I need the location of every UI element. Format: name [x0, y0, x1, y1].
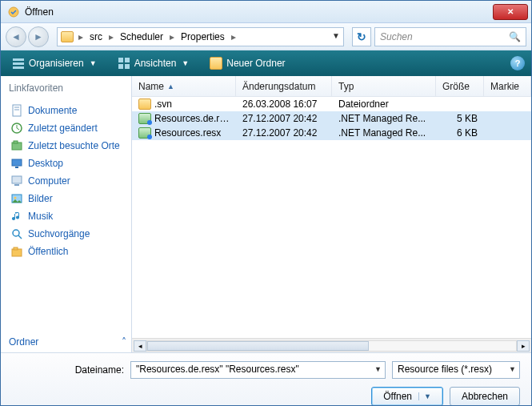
new-folder-button[interactable]: Neuer Ordner — [205, 54, 290, 72]
horizontal-scrollbar[interactable]: ◂ ▸ — [132, 338, 531, 352]
file-modified: 27.12.2007 20:42 — [236, 112, 332, 125]
chevron-right-icon: ▸ — [230, 31, 238, 42]
file-name: .svn — [154, 98, 172, 110]
sidebar-item-label: Öffentlich — [28, 246, 68, 257]
svg-rect-23 — [14, 247, 18, 250]
recent-places-icon — [10, 139, 23, 152]
file-list: .svn26.03.2008 16:07DateiordnerResources… — [132, 97, 531, 338]
sidebar-item[interactable]: Suchvorgänge — [9, 225, 128, 243]
folder-icon — [210, 57, 222, 70]
organize-icon — [12, 57, 25, 70]
window-title: Öffnen — [25, 6, 493, 18]
svg-rect-17 — [14, 184, 19, 186]
folder-icon — [61, 31, 74, 42]
column-size[interactable]: Größe — [436, 76, 484, 96]
folders-label: Ordner — [9, 336, 38, 348]
nav-row: ◄ ► ▸ src ▸ Scheduler ▸ Properties ▸ ▼ ↻… — [1, 23, 531, 50]
sidebar-item[interactable]: Zuletzt besuchte Orte — [9, 137, 128, 155]
file-type: .NET Managed Re... — [332, 112, 436, 125]
footer: Dateiname: "Resources.de.resx" "Resource… — [1, 352, 531, 406]
sidebar-item[interactable]: Öffentlich — [9, 243, 128, 260]
breadcrumb-item[interactable]: Scheduler — [117, 31, 166, 42]
filename-label: Dateiname: — [12, 364, 124, 376]
column-name[interactable]: Name▲ — [132, 76, 236, 96]
svg-point-19 — [14, 197, 17, 199]
column-modified[interactable]: Änderungsdatum — [236, 76, 332, 96]
file-row[interactable]: .svn26.03.2008 16:07Dateiordner — [132, 97, 531, 111]
desktop-icon — [10, 157, 23, 170]
open-button[interactable]: Öffnen▼ — [371, 387, 443, 406]
svg-rect-8 — [13, 105, 21, 116]
views-label: Ansichten — [134, 58, 177, 69]
sidebar: Linkfavoriten DokumenteZuletzt geändertZ… — [1, 76, 132, 352]
svg-rect-2 — [13, 62, 24, 65]
column-marked[interactable]: Markie — [484, 76, 531, 96]
sort-asc-icon: ▲ — [167, 82, 174, 90]
chevron-down-icon: ▼ — [374, 365, 382, 373]
sidebar-item[interactable]: Bilder — [9, 190, 128, 207]
file-type-filter[interactable]: Resource files (*.resx)▼ — [392, 361, 520, 379]
chevron-down-icon: ▼ — [90, 59, 97, 67]
title-bar: Öffnen ✕ — [1, 1, 531, 23]
scrollbar-thumb[interactable] — [147, 341, 369, 351]
file-row[interactable]: Resources.resx27.12.2007 20:42.NET Manag… — [132, 126, 531, 140]
resx-file-icon — [138, 113, 151, 124]
scroll-left-button[interactable]: ◂ — [134, 340, 146, 352]
sidebar-item[interactable]: Desktop — [9, 155, 128, 172]
svg-rect-7 — [125, 64, 130, 69]
file-size: 5 KB — [436, 112, 484, 125]
public-icon — [10, 245, 23, 258]
organize-label: Organisieren — [29, 58, 84, 69]
svg-rect-16 — [12, 176, 22, 183]
pictures-icon — [10, 192, 23, 205]
views-button[interactable]: Ansichten ▼ — [113, 54, 194, 72]
search-icon: 🔍 — [509, 31, 521, 42]
sidebar-item[interactable]: Computer — [9, 172, 128, 190]
file-modified: 26.03.2008 16:07 — [236, 98, 332, 111]
resx-file-icon — [138, 127, 151, 139]
file-name: Resources.resx — [154, 127, 221, 139]
filename-input[interactable]: "Resources.de.resx" "Resources.resx"▼ — [130, 361, 386, 379]
sidebar-item-label: Bilder — [28, 193, 53, 204]
sidebar-item-label: Suchvorgänge — [28, 228, 90, 239]
back-button[interactable]: ◄ — [6, 26, 26, 47]
new-folder-label: Neuer Ordner — [226, 58, 285, 69]
chevron-up-icon: ˄ — [122, 336, 126, 348]
chevron-right-icon: ▸ — [77, 31, 85, 42]
refresh-button[interactable]: ↻ — [352, 27, 371, 46]
folders-toggle[interactable]: Ordner ˄ — [9, 336, 126, 348]
breadcrumb-dropdown[interactable]: ▼ — [332, 31, 340, 40]
breadcrumb-item[interactable]: src — [86, 31, 106, 42]
search-input[interactable]: Suchen 🔍 — [374, 27, 526, 46]
sidebar-item[interactable]: Dokumente — [9, 102, 128, 119]
sidebar-title: Linkfavoriten — [9, 82, 128, 94]
scroll-right-button[interactable]: ▸ — [517, 340, 530, 352]
column-headers: Name▲ Änderungsdatum Typ Größe Markie — [132, 76, 531, 97]
sidebar-item-label: Zuletzt besuchte Orte — [28, 140, 120, 151]
breadcrumb[interactable]: ▸ src ▸ Scheduler ▸ Properties ▸ ▼ — [57, 27, 344, 46]
file-pane: Name▲ Änderungsdatum Typ Größe Markie .s… — [132, 76, 531, 352]
toolbar: Organisieren ▼ Ansichten ▼ Neuer Ordner … — [1, 50, 531, 76]
sidebar-item-label: Computer — [28, 175, 70, 187]
organize-button[interactable]: Organisieren ▼ — [7, 54, 102, 72]
svg-rect-4 — [118, 58, 123, 62]
svg-rect-15 — [15, 167, 18, 168]
computer-icon — [10, 175, 23, 187]
sidebar-item-label: Desktop — [28, 158, 63, 169]
svg-rect-13 — [14, 141, 18, 143]
recent-changed-icon — [10, 122, 23, 135]
column-type[interactable]: Typ — [332, 76, 436, 96]
sidebar-item[interactable]: Musik — [9, 207, 128, 225]
breadcrumb-item[interactable]: Properties — [178, 31, 228, 42]
cancel-button[interactable]: Abbrechen — [450, 387, 520, 406]
help-button[interactable]: ? — [510, 56, 525, 70]
close-button[interactable]: ✕ — [493, 4, 528, 20]
file-size: 6 KB — [436, 127, 484, 139]
file-row[interactable]: Resources.de.resx27.12.2007 20:42.NET Ma… — [132, 111, 531, 126]
folder-icon — [138, 98, 151, 110]
views-icon — [118, 57, 130, 70]
forward-button[interactable]: ► — [28, 26, 49, 47]
chevron-down-icon: ▼ — [182, 59, 189, 67]
sidebar-item[interactable]: Zuletzt geändert — [9, 119, 128, 137]
file-size — [436, 103, 484, 105]
